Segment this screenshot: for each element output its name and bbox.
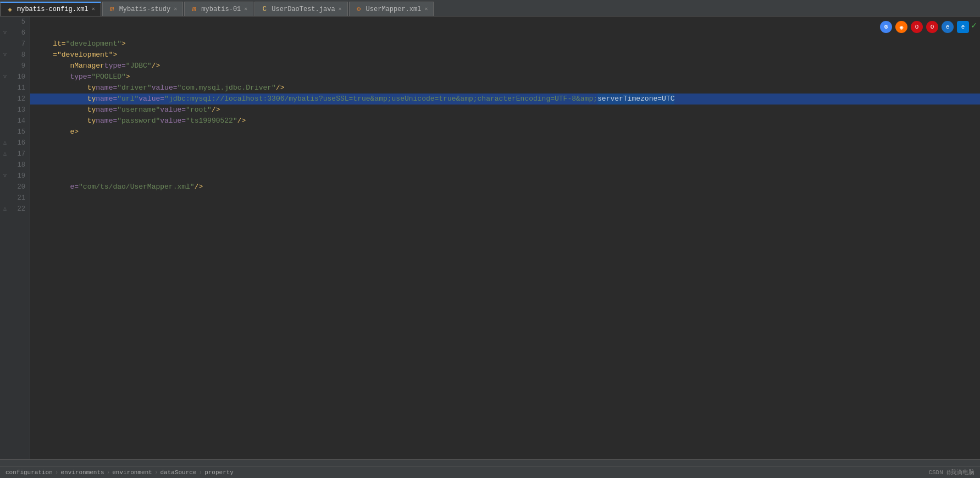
line-number: 7 [0, 39, 30, 50]
code-line-5 [30, 17, 980, 28]
line-number: △ 22 [0, 204, 30, 215]
code-line-empty [30, 226, 980, 237]
fold-icon[interactable]: △ [2, 140, 8, 146]
code-line-22 [30, 204, 980, 215]
line-number: 18 [0, 160, 30, 171]
chrome-icon[interactable]: G [880, 21, 892, 33]
opera2-icon[interactable]: O [926, 21, 938, 33]
code-line-19 [30, 171, 980, 182]
code-line-6 [30, 28, 980, 39]
fold-icon[interactable]: △ [2, 206, 8, 212]
line-number: △ 16 [0, 138, 30, 149]
firefox-icon[interactable]: ◉ [895, 21, 907, 33]
line-numbers: 5 ▽ 6 7 ▽ 8 9 ▽ 10 11 12 13 14 15 △ 16 △… [0, 17, 30, 459]
tab-close-button[interactable]: ✕ [174, 7, 177, 12]
tab-label: UserDaoTest.java [272, 6, 335, 13]
code-line-empty [30, 248, 980, 259]
m-icon: m [190, 6, 198, 13]
breadcrumb-separator: › [107, 469, 110, 476]
code-line-11: ty name="driver" value="com.mysql.jdbc.D… [30, 83, 980, 94]
breadcrumb-separator: › [55, 469, 59, 476]
code-line-20: e="com/ts/dao/UserMapper.xml"/> [30, 182, 980, 193]
fold-icon[interactable]: ▽ [2, 52, 8, 58]
code-line-empty [30, 270, 980, 281]
checkmark-icon: ✓ [971, 20, 977, 31]
code-line-14: ty name="password" value="ts19990522"/> [30, 116, 980, 127]
tab-label: mybatis-01 [201, 6, 241, 13]
code-line-empty [30, 259, 980, 270]
code-line-empty [30, 237, 980, 248]
code-line-10: type="POOLED"> [30, 72, 980, 83]
java-icon: C [261, 6, 268, 13]
tab-label: mybatis-config.xml [17, 6, 88, 13]
line-number: 20 [0, 182, 30, 193]
code-line-7: lt="development"> [30, 39, 980, 50]
line-number: ▽ 10 [0, 72, 30, 83]
xml-icon: ⚙ [355, 6, 363, 13]
breadcrumb-item: property [204, 469, 234, 476]
line-number: 5 [0, 17, 30, 28]
tab-mybatis-study[interactable]: m Mybatis-study ✕ [102, 2, 184, 16]
breadcrumb-item: environments [60, 469, 104, 476]
breadcrumb: configuration › environments › environme… [5, 469, 234, 476]
tab-close-button[interactable]: ✕ [424, 7, 428, 12]
code-line-empty [30, 292, 980, 303]
line-number: ▽ 8 [0, 50, 30, 61]
code-editor[interactable]: lt="development"> ="development"> nManag… [30, 17, 980, 459]
status-right: CSDN @我滴电脑 [928, 468, 975, 476]
code-line-21 [30, 193, 980, 204]
breadcrumb-separator: › [154, 469, 158, 476]
ie-icon[interactable]: e [942, 21, 954, 33]
line-number: △ 17 [0, 149, 30, 160]
tab-close-button[interactable]: ✕ [244, 7, 247, 12]
code-line-8: ="development"> [30, 50, 980, 61]
editor: ✓ G ◉ O O e e 5 ▽ 6 7 ▽ 8 9 ▽ 10 11 12 1… [0, 17, 980, 459]
tab-userdaotest[interactable]: C UserDaoTest.java ✕ [254, 2, 347, 16]
code-line-15: e> [30, 127, 980, 138]
breadcrumb-item: configuration [5, 469, 53, 476]
code-lines: lt="development"> ="development"> nManag… [30, 17, 980, 325]
opera-icon[interactable]: O [911, 21, 923, 33]
code-line-13: ty name="username" value="root"/> [30, 105, 980, 116]
fold-icon[interactable]: ▽ [2, 74, 8, 80]
status-bar: configuration › environments › environme… [0, 466, 980, 478]
line-number: 9 [0, 61, 30, 72]
line-number: 11 [0, 83, 30, 94]
edge-icon[interactable]: e [957, 21, 969, 33]
code-line-empty [30, 303, 980, 314]
line-number: 12 [0, 94, 30, 105]
breadcrumb-item: dataSource [160, 469, 197, 476]
fold-icon[interactable]: ▽ [2, 30, 8, 36]
code-line-17 [30, 149, 980, 160]
tab-mybatis-config[interactable]: ◈ mybatis-config.xml ✕ [0, 2, 101, 16]
breadcrumb-item: environment [112, 469, 152, 476]
tab-bar: ◈ mybatis-config.xml ✕ m Mybatis-study ✕… [0, 0, 980, 17]
line-number: 21 [0, 193, 30, 204]
breadcrumb-separator: › [199, 469, 203, 476]
fold-icon[interactable]: △ [2, 151, 8, 157]
fold-icon[interactable]: ▽ [2, 173, 8, 179]
line-number: ▽ 19 [0, 171, 30, 182]
tab-close-button[interactable]: ✕ [339, 7, 342, 12]
code-line-empty [30, 314, 980, 325]
tab-label: UserMapper.xml [366, 6, 422, 13]
tab-close-button[interactable]: ✕ [92, 7, 95, 12]
line-number: 15 [0, 127, 30, 138]
line-number: ▽ 6 [0, 28, 30, 39]
horizontal-scrollbar[interactable] [0, 459, 980, 466]
code-line-16 [30, 138, 980, 149]
tab-usermapper[interactable]: ⚙ UserMapper.xml ✕ [349, 2, 434, 16]
code-line-empty [30, 281, 980, 292]
m-icon: m [108, 6, 116, 13]
code-line-12: ty name="url" value="jdbc:mysql://localh… [30, 94, 980, 105]
xml-icon: ◈ [6, 6, 14, 13]
code-line-9: nManager type="JDBC"/> [30, 61, 980, 72]
line-number: 14 [0, 116, 30, 127]
browser-icons-panel: G ◉ O O e e [880, 21, 969, 33]
tab-mybatis-01[interactable]: m mybatis-01 ✕ [184, 2, 253, 16]
code-line-18 [30, 160, 980, 171]
selected-text: serverTimezone=UTC [597, 94, 674, 105]
code-line-empty [30, 215, 980, 226]
line-number: 13 [0, 105, 30, 116]
tab-label: Mybatis-study [119, 6, 171, 13]
